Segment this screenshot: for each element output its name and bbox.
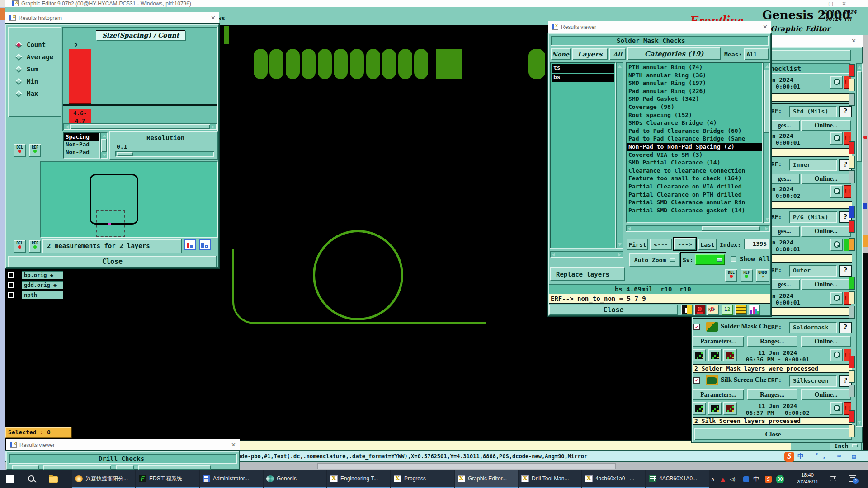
categories-hscroll-thumb[interactable] xyxy=(702,226,760,231)
side-mini-button[interactable] xyxy=(849,206,855,218)
online-button[interactable]: Online... xyxy=(801,279,851,290)
side-mini-button[interactable] xyxy=(849,64,855,77)
del-button[interactable]: DEL xyxy=(725,269,737,282)
prev-button[interactable]: <--- xyxy=(650,239,672,250)
tray-volume-icon[interactable]: ◁) xyxy=(730,470,736,488)
categories-hscrollbar[interactable] xyxy=(626,225,770,232)
erf-field[interactable]: P/G (Mils) xyxy=(789,211,837,223)
zoom-to-result-button[interactable] xyxy=(830,402,843,415)
filter-layers-button[interactable]: Layers xyxy=(572,48,608,60)
online-button[interactable]: Online... xyxy=(801,226,851,237)
tray-chevron-icon[interactable]: ∧ xyxy=(711,470,715,488)
histogram-close-icon[interactable]: ✕ xyxy=(211,14,216,21)
category-item[interactable]: PTH annular Ring (74) xyxy=(627,64,762,72)
zoom-to-result-button[interactable] xyxy=(830,185,843,198)
category-item[interactable]: SMD Pad Gasket (342) xyxy=(627,95,762,103)
category-item[interactable]: Rout spacing (152) xyxy=(627,112,762,120)
category-item[interactable]: Pad to Pad Clearance Bridge (60) xyxy=(627,127,762,136)
side-mini-button[interactable] xyxy=(849,220,855,233)
undo-button[interactable]: UNDO↶ xyxy=(756,269,769,282)
layer-name[interactable]: npth xyxy=(22,291,63,299)
layer-checkbox[interactable] xyxy=(8,292,14,298)
partial-button[interactable] xyxy=(43,465,111,470)
partial-button[interactable] xyxy=(12,465,39,470)
stat-radio-count[interactable]: Count xyxy=(16,41,46,48)
scroll-up-icon[interactable] xyxy=(103,135,106,137)
run-icon[interactable] xyxy=(708,402,722,415)
histogram-close-button[interactable]: Close xyxy=(8,256,217,267)
side-mini-button[interactable] xyxy=(849,425,855,437)
side-mini-button[interactable] xyxy=(849,370,855,383)
tray-ime-icon[interactable]: 中 xyxy=(753,470,759,488)
auto-zoom-dropdown[interactable]: Auto Zoom xyxy=(629,253,680,267)
side-mini-button[interactable] xyxy=(849,385,855,397)
last-button[interactable]: Last xyxy=(698,239,717,250)
stat-radio-sum[interactable]: Sum xyxy=(16,66,38,73)
tray-sogou-icon[interactable]: S xyxy=(765,476,772,483)
table-mode-icon[interactable] xyxy=(199,239,211,250)
histogram-titlebar[interactable]: Results histogram ✕ xyxy=(5,12,219,24)
online-button[interactable]: Online... xyxy=(801,389,851,400)
ranges-button[interactable]: ges... xyxy=(769,226,800,237)
results-viewer-titlebar[interactable]: Results viewer ✕ xyxy=(548,21,771,33)
index-field[interactable]: 1395 xyxy=(744,239,769,249)
scroll-up-icon[interactable] xyxy=(618,65,622,68)
section-checkbox[interactable]: ✔ xyxy=(693,377,700,384)
stat-radio-min[interactable]: Min xyxy=(16,78,38,85)
side-mini-button[interactable] xyxy=(849,93,855,106)
maximize-button[interactable]: ▢ xyxy=(828,0,833,7)
clear-ref-icon[interactable]: REF ✗ xyxy=(707,305,719,315)
zoom-to-result-button[interactable] xyxy=(830,292,843,305)
checklist-close-button[interactable]: Close xyxy=(694,428,852,440)
drill-viewer-titlebar[interactable]: Results viewer ✕ xyxy=(6,439,240,451)
layer-item[interactable]: ts xyxy=(552,64,614,73)
histogram-bar[interactable] xyxy=(69,49,91,104)
category-item[interactable]: Partial SMD Clearance gasket (14) xyxy=(627,207,762,215)
filter-all-button[interactable]: All xyxy=(609,48,626,60)
side-mini-button[interactable] xyxy=(849,238,855,251)
measure-scrollbar[interactable] xyxy=(100,132,108,159)
category-item[interactable]: Pad to Pad Clearance Bridge (Same xyxy=(627,135,762,143)
tray-keyboard-icon[interactable] xyxy=(830,476,836,481)
drill-viewer-close-icon[interactable]: ✕ xyxy=(231,441,236,448)
scroll-right-icon[interactable] xyxy=(618,253,621,257)
zoom-to-result-button[interactable] xyxy=(830,76,843,89)
side-mini-button[interactable] xyxy=(849,170,855,183)
scroll-left-icon[interactable] xyxy=(552,253,555,257)
layers-listbox[interactable]: tsbs xyxy=(550,62,616,249)
scroll-down-icon[interactable] xyxy=(765,218,769,221)
sv-color-dropdown[interactable] xyxy=(695,254,725,265)
sogou-logo-icon[interactable]: S xyxy=(784,452,794,462)
ranges-button[interactable]: ges... xyxy=(769,120,800,131)
results-close-button[interactable]: Close xyxy=(549,305,678,315)
notification-icon[interactable]: 2 xyxy=(849,475,856,482)
file-explorer-icon[interactable] xyxy=(49,476,58,483)
scroll-left-icon[interactable] xyxy=(628,227,631,230)
taskbar-item-10[interactable]: 4ACB60X1A0... xyxy=(646,470,709,488)
layer-name[interactable]: gdd.orig ◆ xyxy=(22,281,63,289)
help-button[interactable]: ? xyxy=(839,106,852,117)
side-mini-button[interactable] xyxy=(849,141,855,154)
resolution-slider[interactable] xyxy=(115,151,214,157)
erf-field[interactable]: Inner xyxy=(789,159,837,171)
parameters-button[interactable]: Parameters... xyxy=(693,389,744,400)
partial-button[interactable] xyxy=(116,465,134,470)
histogram-icon[interactable] xyxy=(749,305,760,315)
category-item[interactable]: Partial Clearance on PTH drilled xyxy=(627,191,762,199)
categories-scrollbar[interactable] xyxy=(763,62,770,223)
ranges-button[interactable]: ges... xyxy=(769,174,800,184)
scroll-right-icon[interactable] xyxy=(212,125,215,129)
histogram-hscrollbar[interactable] xyxy=(63,123,217,130)
tray-badge-icon[interactable]: 30 xyxy=(776,475,784,483)
erf-field[interactable]: Std (Mils) xyxy=(789,106,837,117)
side-mini-button[interactable] xyxy=(849,156,855,169)
scroll-up-icon[interactable] xyxy=(858,66,861,69)
taskbar-item-7[interactable]: Graphic Editor... xyxy=(455,470,518,488)
run-icon[interactable] xyxy=(693,349,706,361)
zoom-to-result-button[interactable] xyxy=(830,349,843,361)
side-mini-button[interactable] xyxy=(849,79,855,91)
measure-item[interactable]: Spacing xyxy=(64,133,99,141)
online-button[interactable]: Online... xyxy=(801,120,851,131)
erf-field[interactable]: Outer xyxy=(789,265,837,277)
exit-panel-icon[interactable] xyxy=(681,305,693,315)
